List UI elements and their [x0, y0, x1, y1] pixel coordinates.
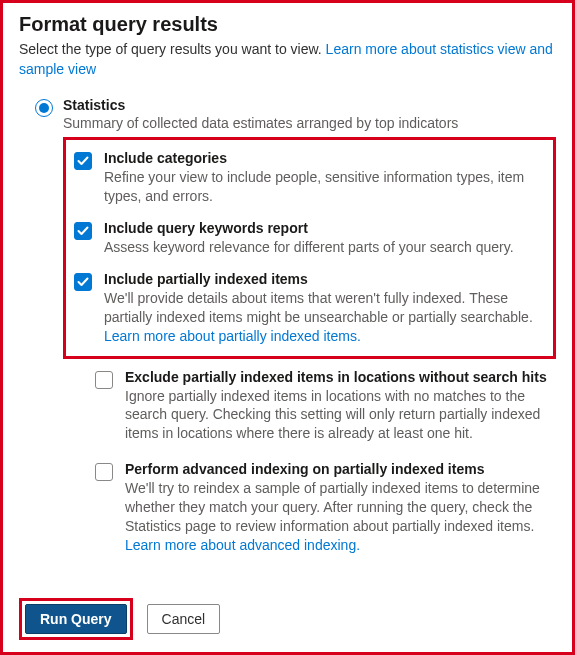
- option-desc: Refine your view to include people, sens…: [104, 168, 545, 206]
- learn-more-partial-link[interactable]: Learn more about partially indexed items…: [104, 328, 361, 344]
- checkbox-icon: [74, 222, 92, 240]
- option-include-partial[interactable]: Include partially indexed items We'll pr…: [74, 267, 545, 350]
- cancel-button[interactable]: Cancel: [147, 604, 221, 634]
- radio-desc: Summary of collected data estimates arra…: [63, 115, 458, 131]
- page-subtitle: Select the type of query results you wan…: [19, 40, 556, 79]
- page-title: Format query results: [19, 13, 556, 36]
- option-label: Exclude partially indexed items in locat…: [125, 369, 548, 385]
- option-desc: We'll try to reindex a sample of partial…: [125, 479, 548, 555]
- subtitle-text: Select the type of query results you wan…: [19, 41, 326, 57]
- run-query-button[interactable]: Run Query: [25, 604, 127, 634]
- option-desc: Ignore partially indexed items in locati…: [125, 387, 548, 444]
- dialog-panel: Format query results Select the type of …: [0, 0, 575, 655]
- option-label: Perform advanced indexing on partially i…: [125, 461, 548, 477]
- nested-options: Exclude partially indexed items in locat…: [95, 365, 556, 569]
- option-label: Include query keywords report: [104, 220, 514, 236]
- option-include-keywords[interactable]: Include query keywords report Assess key…: [74, 216, 545, 267]
- option-label: Include categories: [104, 150, 545, 166]
- highlighted-options: Include categories Refine your view to i…: [63, 137, 556, 358]
- option-include-categories[interactable]: Include categories Refine your view to i…: [74, 146, 545, 216]
- radio-icon: [35, 99, 53, 117]
- option-desc: Assess keyword relevance for different p…: [104, 238, 514, 257]
- checkbox-icon: [74, 273, 92, 291]
- checkbox-icon: [74, 152, 92, 170]
- option-desc: We'll provide details about items that w…: [104, 289, 545, 346]
- option-exclude-partial[interactable]: Exclude partially indexed items in locat…: [95, 365, 548, 458]
- button-bar: Run Query Cancel: [19, 598, 220, 640]
- run-button-highlight: Run Query: [19, 598, 133, 640]
- radio-statistics[interactable]: Statistics Summary of collected data est…: [35, 97, 556, 131]
- option-advanced-index[interactable]: Perform advanced indexing on partially i…: [95, 457, 548, 569]
- learn-more-advanced-link[interactable]: Learn more about advanced indexing.: [125, 537, 360, 553]
- checkbox-icon: [95, 371, 113, 389]
- option-label: Include partially indexed items: [104, 271, 545, 287]
- checkbox-icon: [95, 463, 113, 481]
- radio-label: Statistics: [63, 97, 458, 113]
